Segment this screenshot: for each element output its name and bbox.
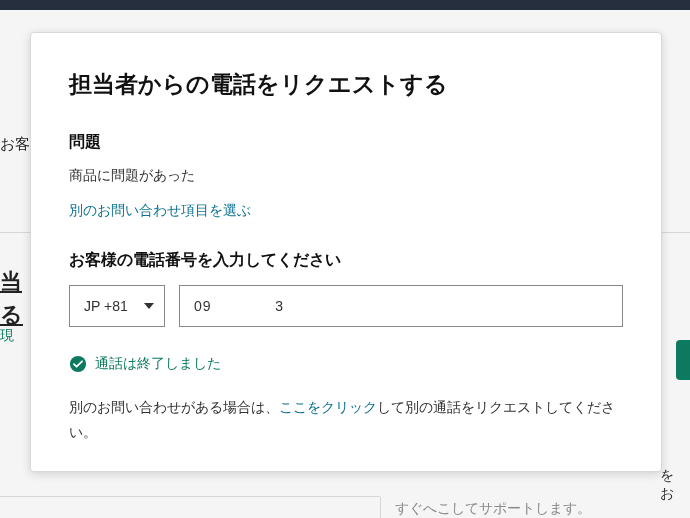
phone-heading: お客様の電話番号を入力してください bbox=[69, 250, 623, 271]
bg-button-fragment bbox=[676, 340, 690, 380]
request-another-call-link[interactable]: ここをクリック bbox=[279, 399, 377, 415]
bg-text-fragment: を お bbox=[660, 467, 674, 503]
change-issue-link[interactable]: 別のお問い合わせ項目を選ぶ bbox=[69, 202, 251, 220]
bg-divider bbox=[0, 496, 380, 497]
phone-input-row: JP +81 bbox=[69, 285, 623, 327]
help-text-prefix: 別のお問い合わせがある場合は、 bbox=[69, 399, 279, 415]
header-bar-fragment bbox=[0, 0, 690, 10]
bg-text-fragment: お客 bbox=[0, 135, 30, 154]
bg-text-fragment: すぐへこしてサポートします。 bbox=[395, 500, 591, 518]
request-call-modal: 担当者からの電話をリクエストする 問題 商品に問題があった 別のお問い合わせ項目… bbox=[30, 32, 662, 472]
phone-number-input[interactable] bbox=[179, 285, 623, 327]
help-text: 別のお問い合わせがある場合は、ここをクリックして別の通話をリクエストしてください… bbox=[69, 395, 623, 445]
issue-description: 商品に問題があった bbox=[69, 167, 623, 185]
checkmark-circle-icon bbox=[69, 355, 87, 373]
modal-title: 担当者からの電話をリクエストする bbox=[69, 69, 623, 100]
bg-text-fragment: 当 る bbox=[0, 265, 23, 331]
call-status-text: 通話は終了しました bbox=[95, 355, 221, 373]
country-code-select[interactable]: JP +81 bbox=[69, 285, 165, 327]
bg-text-fragment: 現 bbox=[0, 327, 14, 345]
bg-divider bbox=[380, 497, 381, 518]
svg-point-0 bbox=[70, 356, 86, 372]
call-status-row: 通話は終了しました bbox=[69, 355, 623, 373]
issue-heading: 問題 bbox=[69, 132, 623, 153]
